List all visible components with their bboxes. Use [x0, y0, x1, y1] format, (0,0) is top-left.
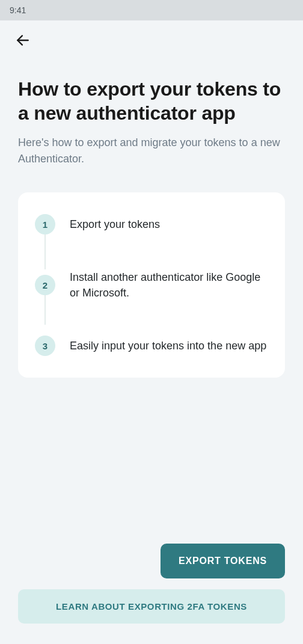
- step-number: 1: [35, 214, 55, 235]
- steps-card: 1 Export your tokens 2 Install another a…: [18, 192, 285, 378]
- step-item: 1 Export your tokens: [35, 214, 268, 235]
- learn-more-button[interactable]: LEARN ABOUT EXPORTING 2FA TOKENS: [18, 589, 285, 624]
- step-connector: [44, 235, 46, 269]
- content: How to export your tokens to a new authe…: [0, 60, 303, 644]
- status-time: 9:41: [10, 5, 26, 15]
- status-bar: 9:41: [0, 0, 303, 20]
- step-text: Export your tokens: [70, 216, 160, 232]
- export-tokens-button[interactable]: EXPORT TOKENS: [161, 544, 285, 578]
- header: [0, 20, 303, 60]
- step-number: 3: [35, 336, 55, 356]
- step-number: 2: [35, 275, 55, 295]
- step-text: Easily input your tokens into the new ap…: [70, 338, 266, 354]
- page-subtitle: Here's how to export and migrate your to…: [18, 135, 285, 167]
- spacer: [18, 378, 285, 544]
- step-item: 3 Easily input your tokens into the new …: [35, 336, 268, 356]
- step-item: 2 Install another authenticator like Goo…: [35, 269, 268, 301]
- actions: EXPORT TOKENS LEARN ABOUT EXPORTING 2FA …: [18, 544, 285, 632]
- arrow-left-icon: [15, 32, 31, 48]
- page-title: How to export your tokens to a new authe…: [18, 77, 285, 125]
- back-button[interactable]: [11, 28, 35, 52]
- steps-list: 1 Export your tokens 2 Install another a…: [35, 214, 268, 356]
- step-text: Install another authenticator like Googl…: [70, 269, 268, 301]
